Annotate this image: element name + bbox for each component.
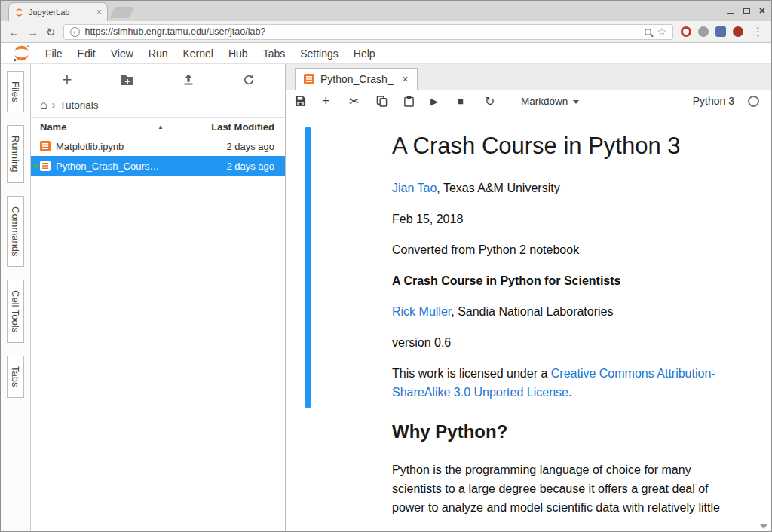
menu-view[interactable]: View: [103, 47, 141, 60]
markdown-cell-body[interactable]: Python is the programming language of ch…: [286, 460, 771, 529]
paste-cells-button[interactable]: [403, 96, 430, 107]
jupyter-favicon: [14, 8, 24, 17]
new-launcher-button[interactable]: +: [58, 71, 76, 89]
jupyterlab-menubar: File Edit View Run Kernel Hub Tabs Setti…: [1, 43, 771, 64]
file-browser-panel: +: [31, 64, 286, 531]
window-close-icon[interactable]: ×: [759, 5, 765, 16]
file-name: Matplotlib.ipynb: [56, 141, 195, 152]
main-dock-panel: Python_Crash_ × + ✂: [286, 64, 771, 531]
breadcrumb-folder[interactable]: Tutorials: [60, 99, 98, 111]
sidebar-item-files[interactable]: Files: [7, 71, 24, 112]
notebook-tab-title: Python_Crash_: [320, 73, 394, 85]
zoom-icon[interactable]: [645, 29, 651, 35]
bookmark-star-icon[interactable]: ☆: [657, 26, 666, 38]
menu-file[interactable]: File: [38, 47, 70, 60]
browser-window: JupyterLab × × ← → ↻ i https://simhub.en…: [0, 0, 772, 532]
left-activity-bar: Files Running Commands Cell Tools Tabs: [1, 64, 31, 531]
breadcrumb-separator: ›: [52, 99, 56, 111]
browser-address-bar: ← → ↻ i https://simhub.engr.tamu.edu/use…: [1, 21, 771, 43]
insert-cell-button[interactable]: +: [322, 93, 349, 109]
run-cell-button[interactable]: ▶: [430, 96, 458, 107]
file-row-matplotlib[interactable]: Matplotlib.ipynb 2 days ago: [31, 136, 285, 156]
sidebar-item-commands[interactable]: Commands: [7, 196, 24, 267]
extension-icon[interactable]: [698, 26, 709, 37]
restart-kernel-button[interactable]: ↻: [485, 94, 512, 109]
menu-edit[interactable]: Edit: [70, 47, 103, 60]
refresh-icon[interactable]: [240, 71, 258, 89]
browser-tab-title: JupyterLab: [29, 8, 92, 17]
copy-cells-button[interactable]: [376, 96, 403, 107]
notebook-file-icon: [40, 141, 51, 151]
reload-icon[interactable]: ↻: [46, 26, 56, 38]
extension-icons: [681, 26, 743, 37]
breadcrumb: ⌂ › Tutorials: [31, 96, 285, 117]
file-list-header: Name ▲ Last Modified: [31, 117, 285, 136]
menu-run[interactable]: Run: [141, 47, 176, 60]
version-line: version 0.6: [392, 333, 729, 352]
notebook-tab[interactable]: Python_Crash_ ×: [295, 68, 418, 90]
new-tab-button[interactable]: [110, 7, 135, 18]
browser-tab[interactable]: JupyterLab ×: [8, 2, 108, 21]
kernel-status-icon[interactable]: [748, 96, 759, 107]
license-line: This work is licensed under a Creative C…: [392, 364, 729, 402]
section-title: Why Python?: [392, 421, 507, 442]
file-row-python-crash[interactable]: Python_Crash_Cours… 2 days ago: [31, 156, 285, 176]
browser-menu-icon[interactable]: ⋮: [752, 25, 764, 38]
cell-type-dropdown[interactable]: Markdown: [521, 96, 579, 107]
menu-help[interactable]: Help: [346, 47, 383, 60]
column-header-name[interactable]: Name ▲: [31, 118, 170, 136]
minimize-icon[interactable]: [727, 13, 734, 14]
kernel-name[interactable]: Python 3: [693, 95, 734, 107]
column-header-modified[interactable]: Last Modified: [170, 118, 285, 136]
url-field[interactable]: i https://simhub.engr.tamu.edu/user/jtao…: [63, 24, 673, 40]
save-button[interactable]: [295, 96, 322, 107]
home-icon[interactable]: ⌂: [40, 99, 47, 111]
markdown-cell-heading[interactable]: Why Python?: [286, 420, 771, 442]
body-paragraph: Python is the programming language of ch…: [392, 460, 729, 517]
file-modified: 2 days ago: [195, 161, 285, 172]
browser-tab-strip: JupyterLab × ×: [1, 1, 771, 21]
upload-button[interactable]: [179, 71, 198, 89]
url-text[interactable]: https://simhub.engr.tamu.edu/user/jtao/l…: [85, 26, 640, 37]
notebook-content: A Crash Course in Python 3 Jian Tao, Tex…: [286, 112, 771, 531]
scroll-down-icon[interactable]: [760, 524, 767, 529]
notebook-file-icon: [304, 74, 314, 84]
menu-tabs[interactable]: Tabs: [256, 47, 293, 60]
extension-icon[interactable]: [715, 26, 726, 37]
page-info-icon[interactable]: i: [70, 27, 80, 37]
extension-icon[interactable]: [733, 26, 743, 37]
converted-line: Converted from Python 2 notebook: [392, 240, 729, 259]
file-browser-toolbar: +: [31, 64, 285, 96]
menu-kernel[interactable]: Kernel: [175, 47, 220, 60]
cell-selection-bar: [305, 127, 311, 408]
orig-author-line: Rick Muller, Sandia National Laboratorie…: [392, 302, 729, 321]
author-link[interactable]: Jian Tao: [392, 182, 437, 194]
running-kernel-dot: [33, 164, 38, 168]
extension-icon[interactable]: [681, 26, 691, 37]
jupyter-logo-icon: [12, 44, 31, 63]
cut-cells-button[interactable]: ✂: [349, 94, 376, 109]
close-icon[interactable]: ×: [403, 73, 409, 85]
document-tab-bar: Python_Crash_ ×: [286, 64, 771, 90]
stop-kernel-button[interactable]: ■: [458, 96, 485, 107]
maximize-icon[interactable]: [743, 8, 750, 14]
tab-close-icon[interactable]: ×: [96, 7, 102, 17]
chevron-down-icon: [573, 100, 579, 104]
file-name: Python_Crash_Cours…: [56, 161, 195, 172]
markdown-cell-selected[interactable]: A Crash Course in Python 3 Jian Tao, Tex…: [286, 127, 771, 408]
sidebar-item-running[interactable]: Running: [7, 125, 24, 182]
window-controls: ×: [727, 5, 765, 17]
forward-icon[interactable]: →: [27, 26, 38, 38]
menu-settings[interactable]: Settings: [293, 47, 346, 60]
menu-hub[interactable]: Hub: [221, 47, 256, 60]
sort-ascending-icon[interactable]: ▲: [158, 124, 164, 130]
notebook-file-icon: [40, 161, 51, 171]
orig-author-link[interactable]: Rick Muller: [392, 305, 451, 318]
back-icon[interactable]: ←: [8, 26, 20, 38]
sidebar-item-tabs[interactable]: Tabs: [7, 356, 24, 397]
date-line: Feb 15, 2018: [392, 209, 729, 228]
author-line: Jian Tao, Texas A&M University: [392, 179, 729, 197]
new-folder-button[interactable]: [118, 71, 136, 89]
sidebar-item-cell-tools[interactable]: Cell Tools: [7, 280, 24, 343]
notebook-title: A Crash Course in Python 3: [392, 132, 729, 161]
